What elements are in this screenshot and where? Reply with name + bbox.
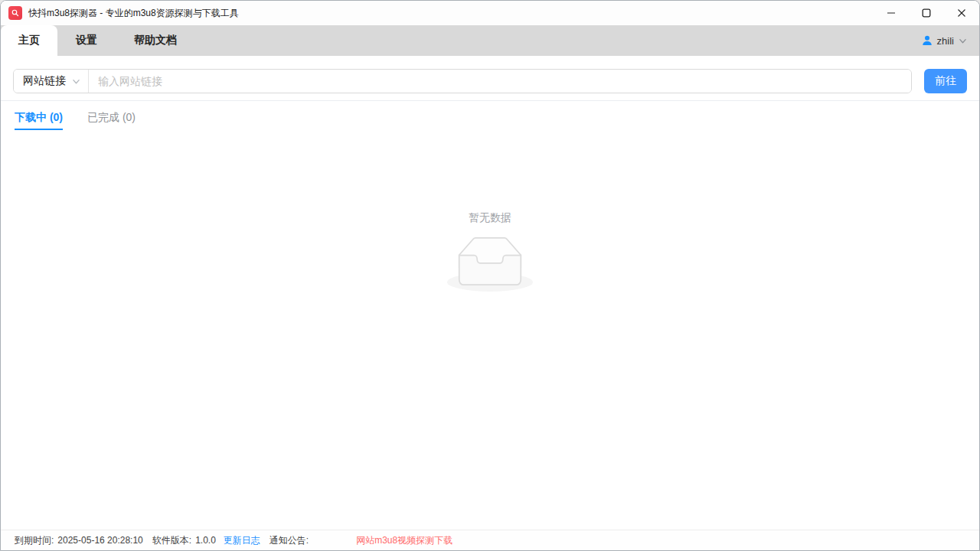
close-icon	[957, 8, 966, 18]
notice-label: 通知公告:	[270, 534, 309, 547]
maximize-icon	[922, 8, 931, 18]
expire-label: 到期时间:	[15, 534, 54, 547]
close-button[interactable]	[944, 1, 979, 25]
empty-description: 暂无数据	[469, 211, 511, 225]
search-row: 网站链接 前往	[1, 56, 979, 100]
window-controls	[874, 1, 979, 25]
maximize-button[interactable]	[909, 1, 944, 25]
tab-completed[interactable]: 已完成 (0)	[87, 111, 136, 130]
tab-downloading[interactable]: 下载中 (0)	[15, 111, 63, 130]
url-input-group: 网站链接	[13, 69, 912, 93]
empty-state: 暂无数据	[1, 211, 979, 292]
download-tabs: 下载中 (0) 已完成 (0)	[1, 101, 979, 130]
app-window: 快抖m3u8探测器 - 专业的m3u8资源探测与下载工具 主页	[0, 0, 980, 551]
link-type-value: 网站链接	[23, 74, 66, 88]
status-bar: 到期时间: 2025-05-16 20:28:10 软件版本: 1.0.0 更新…	[1, 530, 979, 550]
user-icon	[922, 35, 933, 46]
version-value: 1.0.0	[195, 535, 216, 546]
main-content: 网站链接 前往 下载中 (0) 已完成 (0) 暂无数据	[1, 56, 979, 292]
tab-settings[interactable]: 设置	[57, 25, 116, 56]
tab-help-docs[interactable]: 帮助文档	[116, 25, 195, 56]
user-name: zhili	[937, 35, 954, 47]
version-label: 软件版本:	[152, 534, 191, 547]
go-button[interactable]: 前往	[924, 69, 967, 93]
chevron-down-icon	[959, 37, 967, 45]
window-title: 快抖m3u8探测器 - 专业的m3u8资源探测与下载工具	[28, 7, 239, 20]
minimize-button[interactable]	[874, 1, 909, 25]
url-input[interactable]	[89, 70, 911, 93]
app-logo-magnifier-icon	[8, 6, 22, 20]
user-menu[interactable]: zhili	[922, 25, 967, 56]
notice-link[interactable]: 网站m3u8视频探测下载	[356, 534, 452, 547]
expire-value: 2025-05-16 20:28:10	[57, 535, 142, 546]
tab-home[interactable]: 主页	[1, 25, 57, 56]
link-type-select[interactable]: 网站链接	[14, 70, 89, 93]
empty-box-icon	[447, 236, 533, 292]
changelog-link[interactable]: 更新日志	[224, 534, 260, 547]
chevron-down-icon	[72, 77, 80, 86]
titlebar: 快抖m3u8探测器 - 专业的m3u8资源探测与下载工具	[1, 1, 979, 25]
nav-tabbar: 主页 设置 帮助文档 zhili	[1, 25, 979, 56]
minimize-icon	[887, 8, 896, 18]
